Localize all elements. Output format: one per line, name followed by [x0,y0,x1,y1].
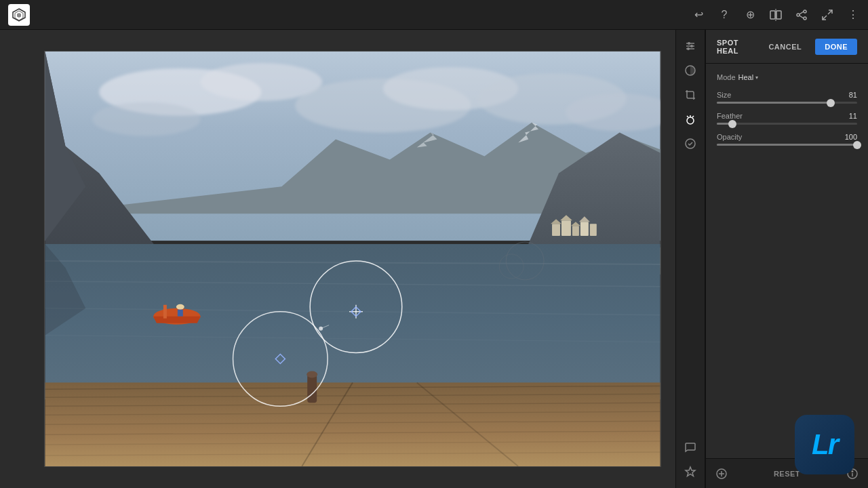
topbar: ↩ ? ⊕ ⋮ [0,0,868,30]
svg-point-85 [687,117,694,124]
compare-icon[interactable] [769,8,783,22]
svg-marker-87 [686,467,695,476]
size-label: Size [717,91,731,99]
opacity-slider-thumb[interactable] [853,141,861,149]
mode-value-text: Heal [738,73,754,81]
svg-rect-24 [552,224,560,236]
opacity-label: Opacity [717,133,742,141]
opacity-slider-row: Opacity 100 [717,133,857,146]
svg-rect-38 [45,244,660,399]
main-area: SPOT HEAL CANCEL DONE Mode Heal ▾ Size 8… [0,30,868,488]
crop-icon[interactable] [679,84,701,106]
feather-slider-track[interactable] [717,123,857,125]
color-icon[interactable] [679,60,701,81]
star-icon[interactable] [679,461,701,483]
add-icon[interactable]: ⊕ [743,8,757,22]
mode-value[interactable]: Heal ▾ [738,73,759,81]
comments-icon[interactable] [679,436,701,458]
feather-slider-header: Feather 11 [717,112,857,120]
photo-canvas [45,52,660,466]
svg-line-8 [828,10,832,14]
svg-point-61 [307,371,317,378]
size-slider-track[interactable] [717,102,857,104]
help-icon[interactable]: ? [717,8,731,22]
svg-rect-3 [770,11,775,19]
svg-rect-27 [580,222,589,236]
svg-marker-2 [17,13,21,18]
cancel-button[interactable]: CANCEL [762,39,808,55]
feather-value: 11 [849,112,857,120]
size-slider-thumb[interactable] [827,99,835,107]
opacity-slider-header: Opacity 100 [717,133,857,141]
feather-slider-row: Feather 11 [717,112,857,125]
expand-icon[interactable] [821,8,834,22]
app-logo [8,4,30,26]
spot-heal-header: SPOT HEAL CANCEL DONE [706,30,868,64]
undo-icon[interactable]: ↩ [692,8,705,22]
more-icon[interactable]: ⋮ [846,8,860,22]
topbar-icons: ↩ ? ⊕ ⋮ [692,8,860,22]
reset-button[interactable]: RESET [774,470,800,478]
opacity-slider-fill [717,144,857,146]
canvas-area [0,30,705,488]
opacity-slider-track[interactable] [717,144,857,146]
svg-point-70 [319,327,323,331]
feather-slider-thumb[interactable] [728,120,736,128]
svg-rect-4 [776,11,781,19]
svg-rect-25 [561,220,571,236]
mode-label: Mode [717,73,736,81]
svg-point-79 [688,42,690,45]
svg-rect-48 [163,305,167,319]
done-button[interactable]: DONE [815,39,857,55]
controls-section: Mode Heal ▾ Size 81 F [706,64,868,458]
svg-rect-50 [178,310,183,317]
svg-point-81 [690,45,693,47]
svg-point-49 [176,304,184,310]
chevron-down-icon: ▾ [755,75,758,81]
adjustments-icon[interactable] [679,35,701,57]
size-slider-fill [717,102,831,104]
preset-icon[interactable] [679,133,701,155]
lr-badge: Lr [795,415,854,474]
svg-line-6 [800,16,804,18]
svg-line-9 [823,16,827,20]
svg-line-7 [800,12,804,14]
size-value: 81 [849,91,857,99]
photo-container[interactable] [44,51,661,467]
healing-brush-icon[interactable] [679,108,701,130]
share-icon[interactable] [795,8,808,22]
feather-label: Feather [717,112,743,120]
side-icon-strip [675,30,705,488]
opacity-value: 100 [845,133,857,141]
mode-row: Mode Heal ▾ [717,73,857,81]
svg-rect-26 [572,226,579,236]
lr-text: Lr [812,428,837,461]
svg-rect-28 [590,224,597,236]
svg-point-83 [687,47,690,50]
size-slider-header: Size 81 [717,91,857,99]
svg-point-77 [852,470,853,472]
spot-heal-title: SPOT HEAL [717,39,755,55]
heal-tool-icon[interactable] [715,468,728,480]
svg-point-16 [92,102,200,136]
svg-rect-60 [307,374,317,403]
size-slider-row: Size 81 [717,91,857,104]
svg-marker-47 [153,317,201,323]
